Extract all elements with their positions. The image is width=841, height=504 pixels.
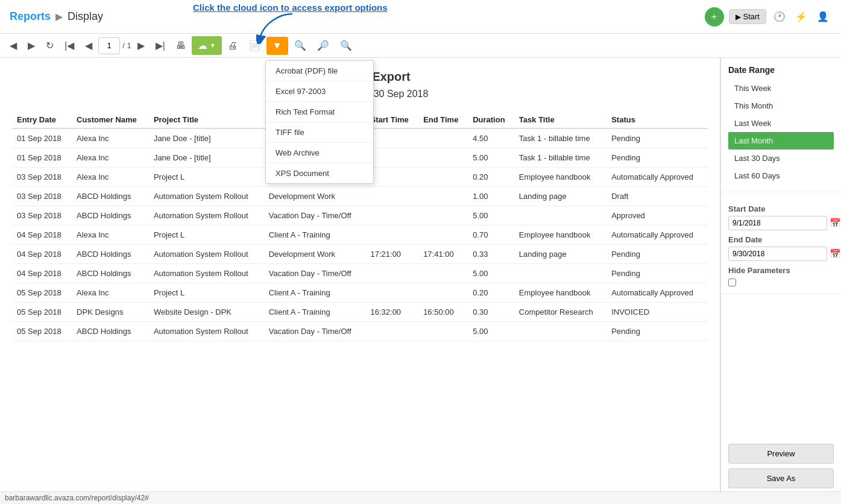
start-button[interactable]: ▶ Start	[729, 9, 766, 24]
start-date-input[interactable]	[728, 216, 827, 230]
start-date-label: Start Date	[728, 204, 834, 213]
printer-button[interactable]: 🖨	[223, 37, 242, 55]
table-cell-7: Employee handbook	[514, 168, 606, 187]
export-excel[interactable]: Excel 97-2003	[266, 81, 373, 102]
hide-params-label: Hide Parameters	[728, 266, 834, 275]
end-date-row: 📅	[728, 247, 834, 261]
table-cell-6: 0.70	[468, 225, 514, 245]
table-cell-6: 5.00	[468, 264, 514, 283]
sidebar-range-item-5[interactable]: Last 60 Days	[728, 167, 834, 184]
user-button[interactable]: 👤	[814, 8, 831, 25]
memo-button[interactable]: 📄	[244, 36, 265, 55]
table-cell-8: Draft	[606, 187, 708, 206]
table-cell-5	[418, 206, 468, 225]
table-cell-7: Competitor Research	[514, 303, 606, 322]
export-xps[interactable]: XPS Document	[266, 163, 373, 183]
table-cell-2: Automation System Rollout	[149, 264, 264, 283]
lightning-button[interactable]: ⚡	[793, 8, 810, 25]
table-cell-5	[418, 322, 468, 341]
export-rtf[interactable]: Rich Text Format	[266, 102, 373, 122]
page-total: / 1	[122, 41, 131, 50]
sidebar-range-item-4[interactable]: Last 30 Days	[728, 150, 834, 167]
sidebar-range-item-2[interactable]: Last Week	[728, 115, 834, 132]
zoom-in-button[interactable]: 🔍	[289, 36, 311, 55]
saveas-button[interactable]: Save As	[728, 468, 834, 488]
table-cell-1: ABCD Holdings	[72, 187, 149, 206]
table-cell-6: 0.20	[468, 283, 514, 303]
table-cell-8: Automatically Approved	[606, 168, 708, 187]
table-cell-3: Vacation Day - Time/Off	[264, 206, 366, 225]
zoom-out-button[interactable]: 🔍	[312, 36, 334, 55]
table-cell-3: Vacation Day - Time/Off	[264, 264, 366, 283]
report-date-end: 30 Sep 2018	[374, 89, 429, 99]
table-row: 04 Sep 2018ABCD HoldingsAutomation Syste…	[12, 264, 708, 283]
table-cell-5	[418, 225, 468, 245]
export-pdf[interactable]: Acrobat (PDF) file	[266, 61, 373, 81]
hide-params-checkbox[interactable]	[728, 279, 736, 286]
reports-link[interactable]: Reports	[10, 10, 51, 23]
add-button[interactable]: +	[705, 7, 724, 27]
first-page-button[interactable]: |◀	[60, 36, 79, 55]
end-date-calendar-icon[interactable]: 📅	[830, 248, 841, 259]
table-cell-3: Client A - Training	[264, 283, 366, 303]
table-cell-6: 0.20	[468, 168, 514, 187]
table-cell-8: Pending	[606, 264, 708, 283]
table-cell-6: 1.00	[468, 187, 514, 206]
table-cell-2: Automation System Rollout	[149, 187, 264, 206]
sidebar-range-item-3[interactable]: Last Month	[728, 132, 834, 150]
prev-page-button[interactable]: ◀	[80, 36, 97, 55]
table-cell-2: Project L	[149, 225, 264, 245]
table-cell-5	[418, 264, 468, 283]
preview-button[interactable]: Preview	[728, 444, 834, 464]
page-input[interactable]	[98, 37, 120, 54]
export-button[interactable]: ☁ ▼	[192, 36, 222, 55]
start-label: Start	[743, 12, 760, 21]
table-cell-0: 03 Sep 2018	[12, 187, 72, 206]
export-web[interactable]: Web Archive	[266, 143, 373, 163]
table-cell-3: Development Work	[264, 187, 366, 206]
table-cell-1: ABCD Holdings	[72, 322, 149, 341]
table-cell-4	[366, 283, 419, 303]
date-range-title: Date Range	[728, 65, 834, 75]
table-row: 05 Sep 2018ABCD HoldingsAutomation Syste…	[12, 322, 708, 341]
statusbar: barbarawardllc.avaza.com/report/display/…	[0, 491, 841, 496]
table-cell-2: Project L	[149, 168, 264, 187]
table-cell-2: Jane Doe - [title]	[149, 128, 264, 148]
table-cell-1: ABCD Holdings	[72, 264, 149, 283]
table-cell-7	[514, 264, 606, 283]
table-cell-4	[366, 187, 419, 206]
table-cell-7: Task 1 - billable time	[514, 128, 606, 148]
next-page-button[interactable]: ▶	[133, 36, 150, 55]
table-row: 05 Sep 2018Alexa IncProject LClient A - …	[12, 283, 708, 303]
col-entry-date: Entry Date	[12, 112, 72, 128]
table-cell-6: 0.33	[468, 245, 514, 264]
table-cell-8: Automatically Approved	[606, 225, 708, 245]
table-cell-5: 16:50:00	[418, 303, 468, 322]
sidebar-range-item-1[interactable]: This Month	[728, 97, 834, 115]
table-cell-0: 03 Sep 2018	[12, 206, 72, 225]
search-doc-button[interactable]: 🔍	[335, 36, 357, 55]
table-cell-2: Jane Doe - [title]	[149, 148, 264, 168]
filter-button[interactable]: ▼	[266, 37, 288, 55]
breadcrumb-arrow: ▶	[55, 11, 63, 22]
sidebar-range-item-0[interactable]: This Week	[728, 80, 834, 97]
table-cell-2: Automation System Rollout	[149, 245, 264, 264]
table-cell-2: Website Design - DPK	[149, 303, 264, 322]
table-row: 04 Sep 2018ABCD HoldingsAutomation Syste…	[12, 245, 708, 264]
export-tiff[interactable]: TIFF file	[266, 122, 373, 143]
export-dropdown: Acrobat (PDF) file Excel 97-2003 Rich Te…	[265, 60, 374, 184]
forward-button[interactable]: ▶	[23, 36, 40, 55]
table-cell-5: 17:41:00	[418, 245, 468, 264]
last-page-button[interactable]: ▶|	[151, 36, 170, 55]
table-cell-0: 03 Sep 2018	[12, 168, 72, 187]
table-cell-5	[418, 148, 468, 168]
start-date-calendar-icon[interactable]: 📅	[830, 218, 841, 228]
print-doc-button[interactable]: 🖶	[171, 37, 191, 55]
table-cell-7: Landing page	[514, 245, 606, 264]
back-button[interactable]: ◀	[5, 36, 22, 55]
table-cell-2: Project L	[149, 283, 264, 303]
refresh-button[interactable]: ↻	[41, 36, 58, 55]
table-cell-4	[366, 322, 419, 341]
end-date-input[interactable]	[728, 247, 827, 261]
history-button[interactable]: 🕐	[771, 8, 788, 25]
